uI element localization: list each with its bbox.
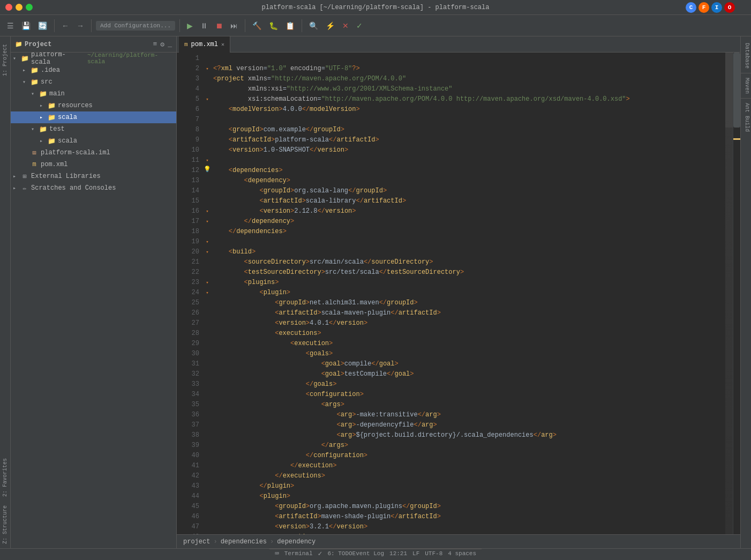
maximize-button[interactable] — [26, 4, 33, 11]
fold-marker[interactable] — [204, 54, 211, 64]
minimap-viewport[interactable] — [725, 53, 733, 128]
scrollbar-thumb[interactable] — [733, 53, 740, 128]
project-options-icon[interactable]: ≡ — [153, 40, 157, 49]
terminal-icon[interactable]: ⌨ — [275, 549, 279, 558]
time-display: 12:21 — [389, 550, 407, 557]
fold-marker[interactable]: ▾ — [204, 278, 211, 288]
coverage-button[interactable]: ⏭ — [228, 20, 241, 32]
fold-marker — [204, 74, 211, 84]
charset-display[interactable]: UTF-8 — [425, 550, 442, 557]
profiler-button[interactable]: 📋 — [283, 20, 297, 32]
close-button2[interactable]: ✕ — [340, 20, 351, 32]
fold-marker — [204, 135, 211, 145]
back-button[interactable]: ← — [59, 20, 72, 32]
ant-build-sidebar-icon[interactable]: Ant Build — [741, 99, 751, 136]
project-sidebar-icon[interactable]: 1: Project — [1, 40, 9, 80]
search-button[interactable]: 🔍 — [306, 20, 321, 32]
arrow-icon: ▾ — [31, 126, 39, 132]
tree-label: platform-scala — [31, 53, 84, 66]
pause-button[interactable]: ⏸ — [198, 20, 211, 32]
breadcrumb-item-dependencies[interactable]: dependencies — [221, 538, 267, 546]
fold-marker — [204, 227, 211, 237]
scroll-marker — [733, 138, 740, 140]
tree-item-scala-main[interactable]: ▸ 📁 scala — [11, 111, 176, 123]
tree-item-idea[interactable]: ▸ 📁 .idea — [11, 64, 176, 76]
code-editor-container: C F I O 12345 678910 1112131415 16171819… — [177, 53, 740, 534]
bottom-toolbar: ⌨ Terminal ✓ 6: TODO Event Log 12:21 LF … — [269, 549, 482, 558]
favorites-sidebar-icon[interactable]: 2: Favorites — [1, 454, 9, 501]
fold-marker[interactable]: ▾ — [204, 155, 211, 166]
maven-sidebar-icon[interactable]: Maven — [741, 73, 751, 99]
project-tree: ▾ 📁 platform-scala ~/Learning/platform-s… — [11, 53, 176, 548]
minimap — [725, 53, 733, 534]
indent-display[interactable]: 4 spaces — [448, 550, 476, 557]
tree-label: main — [49, 90, 65, 98]
arrow-icon: ▸ — [40, 114, 47, 121]
fold-marker — [204, 186, 211, 196]
build-button[interactable]: 🔨 — [250, 20, 264, 32]
todo-button[interactable]: 6: TODO — [327, 550, 352, 557]
stop-button[interactable]: ⏹ — [213, 20, 226, 32]
tree-item-src[interactable]: ▾ 📁 src — [11, 76, 176, 88]
tree-item-external-libs[interactable]: ▸ ⊞ External Libraries — [11, 170, 176, 182]
fold-marker — [204, 104, 211, 115]
close-button[interactable] — [5, 4, 12, 11]
debug-button[interactable]: 🐛 — [266, 20, 281, 32]
project-minimize-icon[interactable]: _ — [168, 40, 172, 49]
tree-label: src — [41, 78, 52, 86]
fold-marker[interactable]: ▾ — [204, 237, 211, 247]
minimize-button[interactable] — [16, 4, 22, 11]
fold-marker — [204, 115, 211, 125]
tree-item-scratches[interactable]: ▸ ✏ Scratches and Consoles — [11, 182, 176, 194]
database-sidebar-icon[interactable]: Database — [741, 39, 751, 73]
fold-marker[interactable]: ▾ — [204, 247, 211, 257]
encoding-display[interactable]: LF — [412, 550, 419, 557]
fold-marker[interactable]: ▾ — [204, 216, 211, 227]
tree-item-iml[interactable]: ⊞ platform-scala.iml — [11, 147, 176, 159]
save-button[interactable]: 💾 — [19, 20, 33, 32]
tree-label: scala — [58, 114, 77, 121]
fold-marker[interactable]: 💡 — [204, 166, 211, 176]
tree-item-test[interactable]: ▾ 📁 test — [11, 123, 176, 135]
fold-marker[interactable]: ▾ — [204, 64, 211, 74]
sync-button[interactable]: 🔄 — [35, 20, 50, 32]
breadcrumb-item-dependency[interactable]: dependency — [277, 538, 316, 546]
fold-marker — [204, 125, 211, 135]
event-log-button[interactable]: Event Log — [352, 550, 384, 557]
tree-item-pom[interactable]: m pom.xml — [11, 159, 176, 170]
menu-button[interactable]: ☰ — [4, 20, 17, 32]
tree-item-platform-scala[interactable]: ▾ 📁 platform-scala ~/Learning/platform-s… — [11, 53, 176, 64]
file-icon: ⊞ — [30, 148, 39, 157]
todo-icon[interactable]: ✓ — [318, 549, 322, 558]
forward-button[interactable]: → — [74, 20, 87, 32]
run-button[interactable]: ▶ — [184, 20, 196, 32]
code-area[interactable]: 12345 678910 1112131415 1617181920 21222… — [177, 53, 740, 534]
tree-item-scala-test[interactable]: ▸ 📁 scala — [11, 135, 176, 147]
fold-gutter: ▾ ▾ ▾ 💡 ▾ ▾ ▾ — [204, 53, 211, 534]
fold-marker — [204, 196, 211, 206]
fold-marker[interactable]: ▾ — [204, 206, 211, 216]
ok-button[interactable]: ✓ — [354, 20, 365, 32]
project-panel-header: 📁 Project ≡ ⚙ _ — [11, 36, 176, 53]
tab-close-icon[interactable]: ✕ — [221, 41, 224, 48]
terminal-button[interactable]: Terminal — [284, 550, 313, 557]
fold-marker[interactable]: ▾ — [204, 288, 211, 298]
project-gear-icon[interactable]: ⚙ — [160, 40, 164, 49]
editor-tab-pom[interactable]: m pom.xml ✕ — [179, 36, 230, 53]
tree-item-main[interactable]: ▾ 📁 main — [11, 88, 176, 100]
breadcrumb-item-project[interactable]: project — [183, 538, 210, 546]
fold-marker — [204, 267, 211, 278]
editor-scrollbar[interactable] — [733, 53, 740, 534]
editor-area: m pom.xml ✕ C F I O 12345 678910 1112131… — [177, 36, 740, 548]
code-content[interactable]: <?xml version="1.0" encoding="UTF-8"?> <… — [211, 53, 725, 534]
add-configuration-button[interactable]: Add Configuration... — [96, 21, 175, 31]
arrow-icon: ▾ — [31, 91, 39, 97]
structure-sidebar-icon[interactable]: Z: Structure — [1, 501, 9, 548]
tree-item-resources[interactable]: ▸ 📁 resources — [11, 100, 176, 111]
fold-marker[interactable]: ▾ — [204, 94, 211, 104]
toolbar-separator-5 — [302, 19, 302, 32]
tab-prefix-icon: m — [184, 41, 188, 48]
settings-button[interactable]: ⚡ — [323, 20, 337, 32]
right-sidebar-icons: Database Maven Ant Build — [740, 36, 751, 548]
breadcrumb-separator: › — [270, 538, 274, 546]
